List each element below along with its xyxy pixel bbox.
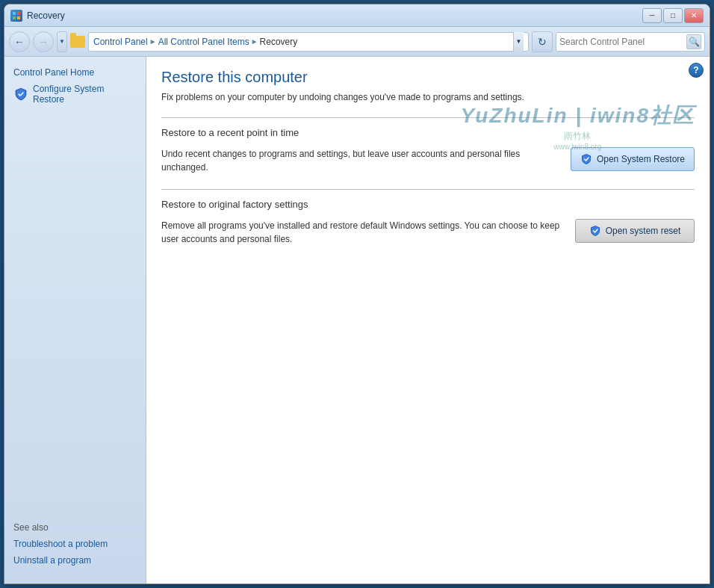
open-system-restore-label: Open System Restore	[597, 154, 685, 164]
shield-icon-reset	[589, 225, 601, 237]
svg-rect-3	[17, 16, 20, 19]
svg-rect-0	[13, 12, 16, 15]
title-bar-left: Recovery	[10, 10, 65, 22]
shield-icon-restore	[580, 153, 592, 165]
sidebar-item-configure[interactable]: Configure System Restore	[4, 81, 146, 108]
section-recent-title: Restore to a recent point in time	[161, 127, 695, 138]
sidebar-item-home[interactable]: Control Panel Home	[4, 64, 146, 81]
window-title: Recovery	[27, 10, 65, 21]
sidebar-troubleshoot[interactable]: Troubleshoot a problem	[4, 536, 146, 552]
section-factory-reset: Restore to original factory settings Rem…	[161, 189, 695, 246]
window-controls: ─ □ ✕	[642, 8, 704, 23]
window-icon	[10, 10, 22, 22]
minimize-button[interactable]: ─	[642, 8, 662, 23]
refresh-button[interactable]: ↻	[532, 31, 553, 52]
close-button[interactable]: ✕	[684, 8, 704, 23]
breadcrumb-control-panel[interactable]: Control Panel	[93, 37, 148, 47]
section-factory-title: Restore to original factory settings	[161, 199, 695, 210]
section-recent-row: Undo recent changes to programs and sett…	[161, 147, 695, 174]
section-factory-row: Remove all programs you've installed and…	[161, 219, 695, 246]
breadcrumb-all-items[interactable]: All Control Panel Items	[158, 37, 249, 47]
see-also-label: See also	[4, 519, 146, 536]
path-dropdown-button[interactable]: ▼	[513, 32, 524, 52]
page-title: Restore this computer	[161, 69, 695, 86]
open-system-reset-label: Open system reset	[606, 226, 681, 236]
svg-rect-1	[17, 12, 20, 15]
sidebar: Control Panel Home Configure System Rest…	[4, 57, 146, 584]
title-bar: Recovery ─ □ ✕	[4, 4, 710, 27]
svg-rect-2	[13, 16, 16, 19]
forward-button[interactable]: →	[33, 31, 54, 52]
search-button[interactable]: 🔍	[686, 34, 701, 49]
sidebar-bottom: See also Troubleshoot a problem Uninstal…	[4, 512, 146, 576]
sidebar-configure-label: Configure System Restore	[33, 84, 137, 105]
breadcrumb-sep-2: ►	[251, 37, 258, 46]
page-subtitle: Fix problems on your computer by undoing…	[161, 92, 695, 102]
back-button[interactable]: ←	[9, 31, 30, 52]
help-button[interactable]: ?	[689, 63, 704, 78]
shield-icon	[13, 87, 28, 102]
maximize-button[interactable]: □	[663, 8, 683, 23]
search-input[interactable]	[559, 37, 683, 47]
breadcrumb-sep-1: ►	[149, 37, 157, 46]
section-recent-desc: Undo recent changes to programs and sett…	[161, 147, 559, 174]
nav-dropdown-button[interactable]: ▼	[57, 31, 67, 52]
search-box: 🔍	[556, 32, 705, 52]
content-panel: YuZhuLin | iwin8社区 雨竹林 www.iwin8.org ? R…	[146, 57, 710, 584]
open-system-restore-button[interactable]: Open System Restore	[571, 147, 695, 171]
main-area: Control Panel Home Configure System Rest…	[4, 57, 710, 584]
address-bar: ← → ▼ Control Panel ► All Control Panel …	[4, 27, 710, 57]
breadcrumb-current: Recovery	[260, 37, 298, 47]
folder-icon	[70, 36, 85, 48]
section-recent-restore: Restore to a recent point in time Undo r…	[161, 117, 695, 174]
breadcrumb-path: Control Panel ► All Control Panel Items …	[88, 32, 529, 52]
open-system-reset-button[interactable]: Open system reset	[575, 219, 695, 243]
section-factory-desc: Remove all programs you've installed and…	[161, 219, 563, 246]
sidebar-uninstall[interactable]: Uninstall a program	[4, 552, 146, 569]
main-window: Recovery ─ □ ✕ ← → ▼ Control Panel ► All…	[4, 4, 710, 584]
